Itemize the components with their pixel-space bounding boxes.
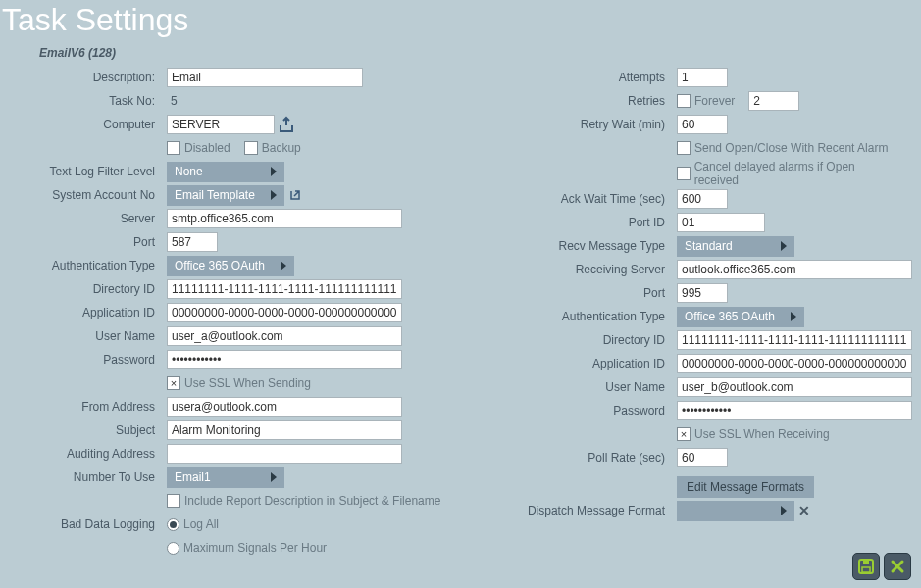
chevron-right-icon [271, 472, 277, 482]
usessl2-label: Use SSL When Receiving [694, 427, 830, 441]
taskno-value: 5 [167, 94, 178, 108]
baddata-label: Bad Data Logging [10, 517, 167, 531]
page-title: Task Settings [0, 0, 921, 38]
logall-radio[interactable] [167, 518, 179, 531]
from-label: From Address [10, 400, 167, 414]
appid-input[interactable] [167, 303, 402, 322]
external-link-icon[interactable] [288, 188, 302, 202]
username2-input[interactable] [677, 377, 912, 397]
retries-input[interactable] [748, 91, 799, 111]
subject-label: Subject [10, 423, 167, 437]
username-label: User Name [10, 329, 167, 343]
svg-rect-2 [862, 567, 870, 572]
svg-rect-1 [863, 561, 869, 564]
ackwait-label: Ack Wait Time (sec) [481, 192, 677, 206]
appid2-input[interactable] [677, 354, 912, 373]
port-label: Port [10, 235, 167, 249]
cancel-button[interactable] [884, 553, 911, 580]
clear-icon[interactable]: ✕ [798, 503, 810, 518]
port2-input[interactable] [677, 283, 728, 303]
numtouse-value: Email1 [175, 470, 211, 484]
retrywait-input[interactable] [677, 115, 728, 134]
chevron-right-icon [271, 190, 277, 200]
retrywait-label: Retry Wait (min) [481, 118, 677, 131]
sendopen-checkbox[interactable] [677, 141, 691, 155]
pollrate-input[interactable] [677, 448, 728, 467]
username-input[interactable] [167, 326, 402, 346]
logall-label: Log All [183, 517, 219, 531]
computer-label: Computer [10, 118, 167, 131]
forever-checkbox[interactable] [677, 94, 691, 108]
dirid-input[interactable] [167, 279, 402, 299]
authtype2-value: Office 365 OAuth [685, 310, 775, 323]
sysacc-dropdown[interactable]: Email Template [167, 185, 284, 206]
maxsig-label: Maximum Signals Per Hour [183, 541, 327, 555]
from-input[interactable] [167, 397, 402, 416]
attempts-label: Attempts [481, 71, 677, 84]
attempts-input[interactable] [677, 68, 728, 87]
authtype2-label: Authentication Type [481, 310, 677, 323]
server-label: Server [10, 212, 167, 225]
maxsig-radio[interactable] [167, 542, 179, 555]
description-label: Description: [10, 71, 167, 84]
chevron-right-icon [781, 241, 787, 251]
usessl2-checkbox[interactable]: × [677, 427, 691, 441]
retries-label: Retries [481, 94, 677, 108]
appid2-label: Application ID [481, 357, 677, 370]
import-icon[interactable] [279, 116, 298, 133]
subtitle: EmailV6 (128) [0, 38, 921, 66]
authtype-label: Authentication Type [10, 259, 167, 272]
edit-message-formats-button[interactable]: Edit Message Formats [677, 476, 814, 498]
portid-label: Port ID [481, 216, 677, 229]
audit-input[interactable] [167, 444, 402, 464]
canceldelayed-checkbox[interactable] [677, 167, 691, 180]
dispatchmsg-label: Dispatch Message Format [481, 504, 677, 517]
usessl-label: Use SSL When Sending [184, 376, 311, 390]
save-icon [857, 558, 875, 575]
audit-label: Auditing Address [10, 447, 167, 461]
disabled-label: Disabled [184, 141, 230, 155]
password-input[interactable] [167, 350, 402, 369]
appid-label: Application ID [10, 306, 167, 319]
dirid2-input[interactable] [677, 330, 912, 350]
port-input[interactable] [167, 232, 218, 252]
pollrate-label: Poll Rate (sec) [481, 451, 677, 465]
authtype-dropdown[interactable]: Office 365 OAuth [167, 256, 294, 276]
includereport-checkbox[interactable] [167, 494, 180, 508]
subject-input[interactable] [167, 420, 402, 440]
description-input[interactable] [167, 68, 363, 87]
recvmsg-value: Standard [685, 239, 733, 253]
password-label: Password [10, 353, 167, 367]
recvmsg-dropdown[interactable]: Standard [677, 236, 794, 257]
recvserver-input[interactable] [677, 260, 912, 279]
sysacc-label: System Account No [10, 188, 167, 202]
username2-label: User Name [481, 380, 677, 394]
ackwait-input[interactable] [677, 189, 728, 209]
includereport-label: Include Report Description in Subject & … [184, 494, 440, 508]
textlog-value: None [175, 165, 203, 178]
save-button[interactable] [852, 553, 880, 580]
computer-input[interactable] [167, 115, 275, 134]
forever-label: Forever [694, 94, 735, 108]
backup-label: Backup [262, 141, 301, 155]
usessl-checkbox[interactable]: × [167, 376, 180, 390]
dirid-label: Directory ID [10, 282, 167, 296]
recvserver-label: Receiving Server [481, 263, 677, 276]
portid-input[interactable] [677, 213, 765, 232]
server-input[interactable] [167, 209, 402, 228]
dispatchmsg-dropdown[interactable] [677, 501, 794, 521]
password2-label: Password [481, 404, 677, 417]
disabled-checkbox[interactable] [167, 141, 180, 155]
backup-checkbox[interactable] [244, 141, 258, 155]
sysacc-value: Email Template [175, 188, 255, 202]
sendopen-label: Send Open/Close With Recent Alarm [694, 141, 888, 155]
textlog-label: Text Log Filter Level [10, 165, 167, 178]
textlog-dropdown[interactable]: None [167, 162, 284, 182]
password2-input[interactable] [677, 401, 912, 420]
dirid2-label: Directory ID [481, 333, 677, 347]
chevron-right-icon [781, 506, 787, 515]
authtype2-dropdown[interactable]: Office 365 OAuth [677, 307, 804, 327]
numtouse-dropdown[interactable]: Email1 [167, 467, 284, 488]
port2-label: Port [481, 286, 677, 300]
chevron-right-icon [791, 312, 796, 321]
